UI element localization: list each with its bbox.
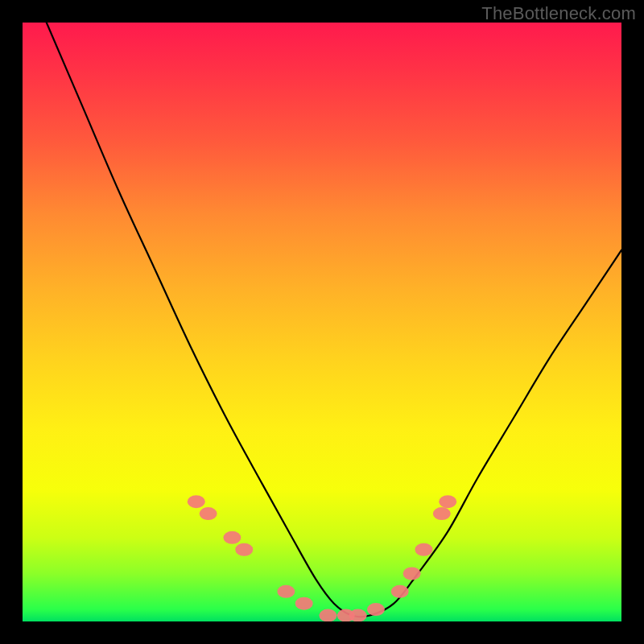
marker-dot [391, 585, 409, 598]
marker-dot [295, 597, 313, 610]
marker-dot [439, 495, 456, 508]
chart-svg [23, 23, 621, 621]
marker-dot [415, 543, 432, 556]
chart-frame: TheBottleneck.com [0, 0, 644, 644]
marker-dot [433, 507, 451, 520]
plot-area [23, 23, 621, 621]
marker-dot [319, 609, 336, 621]
marker-dot [223, 531, 241, 544]
marker-dot [349, 609, 367, 621]
marker-dot [188, 495, 205, 508]
marker-dot [403, 567, 421, 580]
marker-dot [235, 543, 253, 556]
marker-dot [367, 603, 385, 616]
marker-dot [277, 585, 295, 598]
marker-dot [200, 507, 217, 520]
curve-path [47, 23, 621, 617]
attribution-label: TheBottleneck.com [481, 3, 636, 24]
marker-group [188, 495, 456, 621]
